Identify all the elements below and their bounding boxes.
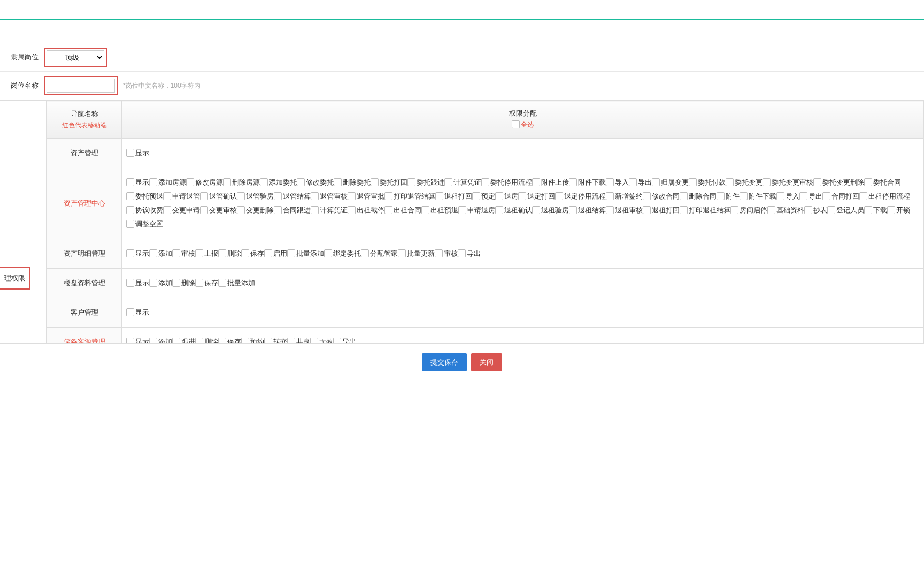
save-button[interactable]: 提交保存 [422,353,467,371]
parent-position-select[interactable]: ——顶级—— [47,50,104,64]
perm-checkbox[interactable]: 委托预退 [126,189,163,203]
perm-checkbox[interactable]: 退管验房 [237,189,274,203]
perm-checkbox[interactable]: 显示 [126,247,149,261]
perm-checkbox[interactable]: 删除 [218,247,241,261]
perm-checkbox[interactable]: 添加委托 [260,176,297,189]
perm-checkbox[interactable]: 基础资料 [767,203,804,217]
perm-checkbox[interactable]: 退租打回 [643,203,680,217]
perm-checkbox[interactable]: 显示 [126,306,149,320]
perm-checkbox[interactable]: 审核 [172,247,195,261]
perm-checkbox[interactable]: 退房 [495,189,518,203]
perm-checkbox[interactable]: 导出 [458,247,481,261]
perm-checkbox[interactable]: 保存 [195,276,218,290]
perm-checkbox[interactable]: 委托打回 [371,176,407,189]
perm-checkbox[interactable]: 导出 [333,335,356,343]
perm-checkbox[interactable]: 审核 [435,247,458,261]
perm-checkbox[interactable]: 申请退房 [458,203,495,217]
perm-checkbox[interactable]: 共享 [287,335,310,343]
perm-checkbox[interactable]: 导出 [629,176,652,189]
perm-checkbox[interactable]: 委托付款 [689,176,726,189]
perm-checkbox[interactable]: 上报 [195,247,218,261]
select-all-checkbox[interactable]: 全选 [512,120,534,130]
perm-checkbox[interactable]: 计算凭证 [311,203,348,217]
perm-checkbox[interactable]: 委托跟进 [407,176,444,189]
perm-checkbox[interactable]: 退租审核 [606,203,643,217]
perm-checkbox[interactable]: 修改房源 [186,176,223,189]
perm-checkbox[interactable]: 出租合同 [384,203,421,217]
perm-checkbox[interactable]: 新增签约 [606,189,643,203]
perm-checkbox[interactable]: 房间启停 [730,203,767,217]
perm-checkbox[interactable]: 申请退管 [163,189,200,203]
perm-checkbox[interactable]: 批量添加 [287,247,324,261]
perm-checkbox[interactable]: 添加房源 [149,176,186,189]
perm-checkbox[interactable]: 删除合同 [680,189,717,203]
perm-checkbox[interactable]: 下载 [864,203,887,217]
perm-checkbox[interactable]: 退管结算 [274,189,311,203]
perm-checkbox[interactable]: 显示 [126,335,149,343]
perm-checkbox[interactable]: 添加 [149,247,172,261]
perm-checkbox[interactable]: 登记人员 [827,203,864,217]
perm-checkbox[interactable]: 打印退管结算 [384,189,435,203]
permission-scroll[interactable]: 导航名称 红色代表移动端 权限分配 全选 资产管理显示资产管理中 [46,101,924,343]
perm-checkbox[interactable]: 委托合同 [864,176,901,189]
perm-checkbox[interactable]: 附件 [717,189,740,203]
perm-checkbox[interactable]: 计算凭证 [444,176,481,189]
perm-checkbox[interactable]: 出租预退 [421,203,458,217]
perm-checkbox[interactable]: 添加 [149,335,172,343]
perm-checkbox[interactable]: 退租验房 [532,203,569,217]
perm-checkbox[interactable]: 显示 [126,146,149,160]
perm-checkbox[interactable]: 添加 [149,276,172,290]
perm-checkbox[interactable]: 合同打回 [822,189,859,203]
perm-checkbox[interactable]: 删除房源 [223,176,260,189]
perm-checkbox[interactable]: 退管审批 [348,189,384,203]
perm-checkbox[interactable]: 删除 [195,335,218,343]
perm-checkbox[interactable]: 开锁 [887,203,910,217]
perm-checkbox[interactable]: 退租确认 [495,203,532,217]
perm-checkbox[interactable]: 委托停用流程 [481,176,532,189]
perm-checkbox[interactable]: 退管确认 [200,189,237,203]
perm-checkbox[interactable]: 修改合同 [643,189,680,203]
perm-checkbox[interactable]: 打印退租结算 [680,203,730,217]
perm-checkbox[interactable]: 变更申请 [163,203,200,217]
perm-checkbox[interactable]: 预定 [472,189,495,203]
perm-checkbox[interactable]: 批量添加 [218,276,255,290]
perm-checkbox[interactable]: 变更删除 [237,203,274,217]
perm-checkbox[interactable]: 抄表 [804,203,827,217]
perm-checkbox[interactable]: 出租停用流程 [859,189,910,203]
perm-checkbox[interactable]: 委托变更删除 [813,176,864,189]
perm-checkbox[interactable]: 分配管家 [361,247,398,261]
perm-checkbox[interactable]: 委托变更 [726,176,763,189]
perm-checkbox[interactable]: 显示 [126,276,149,290]
perm-checkbox[interactable]: 导入 [606,176,629,189]
close-button[interactable]: 关闭 [471,353,502,371]
perm-checkbox[interactable]: 启用 [264,247,287,261]
perm-checkbox[interactable]: 出租截停 [348,203,384,217]
perm-checkbox[interactable]: 保存 [218,335,241,343]
perm-checkbox[interactable]: 预约 [241,335,264,343]
perm-checkbox[interactable]: 合同跟进 [274,203,311,217]
perm-checkbox[interactable]: 调整空置 [126,217,163,231]
perm-checkbox[interactable]: 协议收费 [126,203,163,217]
perm-checkbox[interactable]: 保存 [241,247,264,261]
perm-checkbox[interactable]: 退定打回 [518,189,555,203]
perm-checkbox[interactable]: 删除委托 [334,176,371,189]
left-tab-permissions[interactable]: 理权限 [0,267,30,290]
perm-checkbox[interactable]: 跟进 [172,335,195,343]
perm-checkbox[interactable]: 退定停用流程 [555,189,606,203]
perm-checkbox[interactable]: 附件下载 [740,189,776,203]
perm-checkbox[interactable]: 修改委托 [297,176,334,189]
perm-checkbox[interactable]: 显示 [126,176,149,189]
perm-checkbox[interactable]: 附件上传 [532,176,569,189]
perm-checkbox[interactable]: 批量更新 [398,247,435,261]
perm-checkbox[interactable]: 退租打回 [435,189,472,203]
perm-checkbox[interactable]: 绑定委托 [324,247,361,261]
position-name-input[interactable] [47,79,115,93]
perm-checkbox[interactable]: 退租结算 [569,203,606,217]
perm-checkbox[interactable]: 委托变更审核 [763,176,813,189]
perm-checkbox[interactable]: 退管审核 [311,189,348,203]
perm-checkbox[interactable]: 导入 [776,189,799,203]
perm-checkbox[interactable]: 导出 [799,189,822,203]
perm-checkbox[interactable]: 删除 [172,276,195,290]
perm-checkbox[interactable]: 无效 [310,335,333,343]
perm-checkbox[interactable]: 归属变更 [652,176,689,189]
